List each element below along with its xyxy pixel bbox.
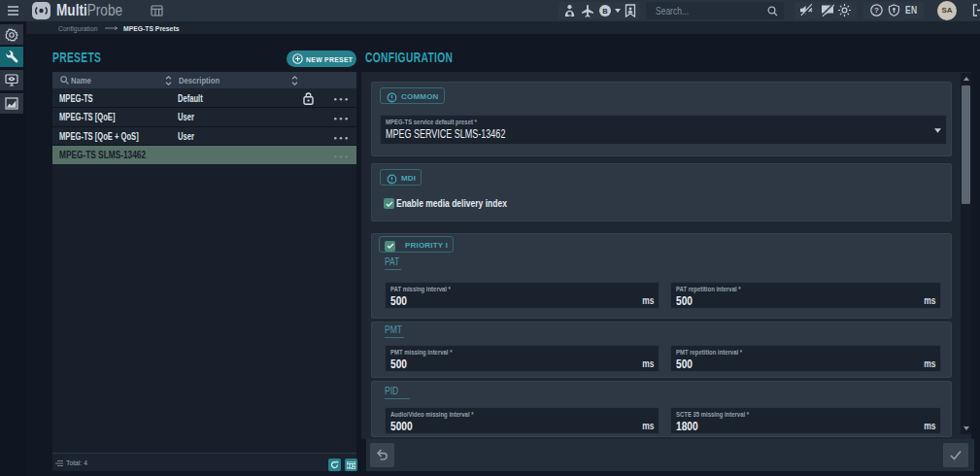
svg-text:B: B bbox=[602, 7, 608, 16]
svg-text:?: ? bbox=[874, 6, 879, 15]
